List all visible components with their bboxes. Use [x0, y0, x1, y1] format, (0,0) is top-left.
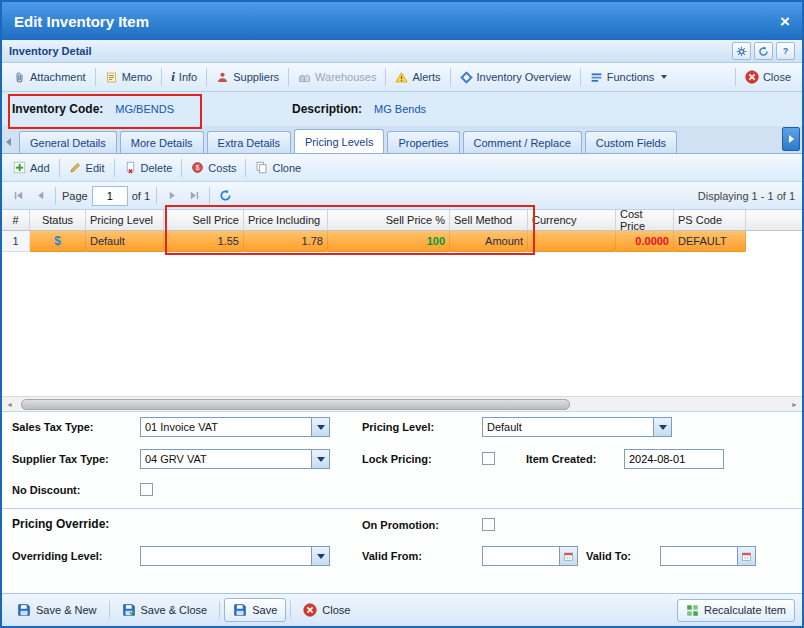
no-discount-checkbox[interactable]	[140, 483, 153, 496]
calendar-trigger-button[interactable]	[737, 547, 755, 565]
suppliers-button[interactable]: Suppliers	[210, 68, 285, 87]
tabs-container: General Details More Details Extra Detai…	[16, 129, 802, 153]
tab-properties[interactable]: Properties	[387, 131, 459, 153]
column-header-sell-method[interactable]: Sell Method	[450, 210, 528, 231]
tab-scroll-left-button[interactable]	[2, 131, 16, 153]
separator	[735, 68, 736, 86]
alerts-button[interactable]: Alerts	[389, 68, 446, 87]
window-close-icon[interactable]: ×	[780, 13, 790, 30]
save-button[interactable]: Save	[224, 598, 286, 622]
refresh-panel-button[interactable]	[754, 42, 773, 60]
scrollbar-thumb[interactable]	[21, 399, 570, 410]
save-and-new-button[interactable]: Save & New	[9, 599, 105, 621]
first-page-button[interactable]	[9, 187, 27, 205]
lock-pricing-checkbox[interactable]	[482, 452, 495, 465]
item-created-label: Item Created:	[526, 453, 596, 465]
delete-button[interactable]: Delete	[118, 158, 179, 177]
overriding-level-combo[interactable]	[140, 546, 330, 566]
supplier-tax-type-label: Supplier Tax Type:	[12, 453, 109, 465]
item-created-input[interactable]	[624, 449, 724, 469]
costs-button[interactable]: $ Costs	[185, 158, 242, 177]
column-header-label: Status	[42, 214, 73, 226]
separator	[290, 601, 291, 619]
dropdown-trigger[interactable]	[311, 547, 329, 565]
column-header-num[interactable]: #	[2, 210, 30, 231]
first-page-icon	[13, 190, 24, 201]
help-button[interactable]: ?	[776, 42, 795, 60]
scroll-right-arrow[interactable]: ►	[787, 398, 802, 411]
page-number-input[interactable]	[92, 186, 128, 206]
recalculate-item-button[interactable]: Recalculate Item	[677, 599, 795, 622]
valid-from-field[interactable]	[482, 546, 578, 566]
column-header-cost-price[interactable]: Cost Price	[616, 210, 674, 231]
tab-extra-details[interactable]: Extra Details	[207, 131, 291, 153]
dropdown-trigger[interactable]	[311, 450, 329, 468]
column-header-label: Price Including	[248, 214, 320, 226]
tab-pricing-levels[interactable]: Pricing Levels	[294, 129, 384, 153]
separator	[114, 159, 115, 177]
separator	[288, 68, 289, 86]
scrollbar-track[interactable]	[17, 398, 787, 410]
dropdown-trigger[interactable]	[311, 418, 329, 436]
valid-to-field[interactable]	[660, 546, 756, 566]
functions-button[interactable]: Functions	[584, 68, 674, 87]
dropdown-trigger[interactable]	[653, 418, 671, 436]
column-header-status[interactable]: Status	[30, 210, 86, 231]
grid-toolbar: Add Edit Delete $ Costs C	[2, 154, 802, 182]
column-header-sell-price[interactable]: Sell Price	[164, 210, 244, 231]
coin-icon: $	[191, 161, 204, 174]
close-button-toolbar[interactable]: Close	[739, 67, 797, 87]
price-including-cell: 1.78	[244, 231, 328, 252]
grid-row-selected[interactable]: 1 $ Default 1.55 1.78 100 Amount 0.0000 …	[2, 231, 802, 252]
calendar-trigger-button[interactable]	[559, 547, 577, 565]
calendar-icon	[563, 551, 574, 562]
add-button[interactable]: Add	[7, 158, 56, 177]
tab-comment-replace[interactable]: Comment / Replace	[463, 131, 582, 153]
prev-page-button[interactable]	[31, 187, 49, 205]
tab-label: General Details	[30, 137, 106, 149]
on-promotion-label: On Promotion:	[362, 519, 439, 531]
edit-label: Edit	[86, 162, 105, 174]
attachment-button[interactable]: Attachment	[7, 68, 92, 87]
column-header-label: PS Code	[678, 214, 722, 226]
info-button[interactable]: i Info	[165, 66, 203, 88]
supplier-tax-type-combo[interactable]: 04 GRV VAT	[140, 449, 330, 469]
footer-button-bar: Save & New Save & Close Save Close	[2, 593, 802, 626]
cell-value: 1.55	[218, 235, 239, 247]
settings-button[interactable]	[732, 42, 751, 60]
paging-toolbar: Page of 1 Displaying 1 - 1 of 1	[2, 182, 802, 210]
column-header-ps-code[interactable]: PS Code	[674, 210, 746, 231]
pricing-level-combo[interactable]: Default	[482, 417, 672, 437]
refresh-icon	[219, 189, 232, 202]
column-header-currency[interactable]: Currency	[528, 210, 616, 231]
refresh-grid-button[interactable]	[216, 187, 234, 205]
pricing-override-section: Pricing Override: On Promotion: Overridi…	[2, 508, 802, 593]
tab-scroll-right-button[interactable]	[782, 127, 800, 151]
close-button-footer[interactable]: Close	[295, 599, 358, 621]
memo-button[interactable]: Memo	[99, 68, 159, 87]
sales-tax-type-combo[interactable]: 01 Invoice VAT	[140, 417, 330, 437]
scroll-left-arrow[interactable]: ◄	[2, 398, 17, 411]
tab-label: Properties	[398, 137, 448, 149]
displaying-status-text: Displaying 1 - 1 of 1	[698, 190, 795, 202]
recalculate-item-label: Recalculate Item	[704, 604, 786, 616]
edit-button[interactable]: Edit	[63, 158, 111, 177]
column-header-pricing-level[interactable]: Pricing Level	[86, 210, 164, 231]
help-icon: ?	[783, 46, 789, 56]
sell-price-cell: 1.55	[164, 231, 244, 252]
tab-more-details[interactable]: More Details	[120, 131, 204, 153]
on-promotion-checkbox[interactable]	[482, 518, 495, 531]
clone-button[interactable]: Clone	[249, 158, 307, 177]
save-and-close-button[interactable]: Save & Close	[114, 599, 216, 621]
tab-custom-fields[interactable]: Custom Fields	[585, 131, 677, 153]
next-page-button[interactable]	[163, 187, 181, 205]
column-header-sell-price-pct[interactable]: Sell Price %	[328, 210, 450, 231]
ps-code-cell: DEFAULT	[674, 231, 746, 252]
save-icon	[233, 603, 247, 617]
warehouses-button[interactable]: Warehouses	[292, 68, 382, 87]
suppliers-label: Suppliers	[233, 71, 279, 83]
last-page-button[interactable]	[185, 187, 203, 205]
tab-general-details[interactable]: General Details	[19, 131, 117, 153]
column-header-price-including[interactable]: Price Including	[244, 210, 328, 231]
inventory-overview-button[interactable]: Inventory Overview	[454, 68, 577, 87]
